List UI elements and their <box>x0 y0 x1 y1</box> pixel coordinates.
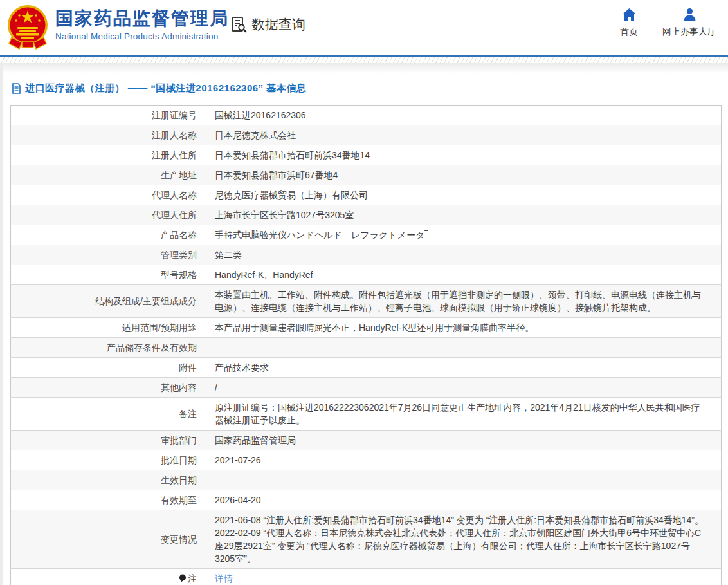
field-value: 日本爱知县蒲郡市浜町67番地4 <box>206 165 722 185</box>
field-label: 有效期至 <box>11 490 206 510</box>
doc-search-icon <box>230 16 248 33</box>
table-row: 代理人名称 尼德克医疗器械贸易（上海）有限公司 <box>11 185 722 205</box>
table-row: 生效日期 <box>11 470 722 490</box>
hatch-band <box>0 57 728 63</box>
field-value: 2021-07-26 <box>206 450 722 470</box>
field-value: 详情 <box>206 569 722 585</box>
page-edge-strip <box>0 63 3 585</box>
field-value: 本产品用于测量患者眼睛屈光不正，HandyRef-K型还可用于测量角膜曲率半径。 <box>206 318 722 338</box>
field-label: 批准日期 <box>11 450 206 470</box>
detail-link[interactable]: 详情 <box>215 573 233 584</box>
field-label: 其他内容 <box>11 378 206 398</box>
table-row: 附件 产品技术要求 <box>11 358 722 378</box>
site-header: 国家药品监督管理局 National Medical Products Admi… <box>0 0 728 55</box>
field-label: 适用范围/预期用途 <box>11 318 206 338</box>
field-label: 附件 <box>11 358 206 378</box>
table-row: 注 详情 <box>11 569 722 585</box>
field-value: 上海市长宁区长宁路1027号3205室 <box>206 205 722 225</box>
page-doc-icon <box>12 83 21 94</box>
table-row: 产品名称 手持式电脑验光仪ハンドヘルド レフラクトメータ‾ <box>11 225 722 245</box>
field-value: 手持式电脑验光仪ハンドヘルド レフラクトメータ‾ <box>206 225 722 245</box>
field-label: 产品名称 <box>11 225 206 245</box>
field-label: 生效日期 <box>11 470 206 490</box>
fade-band <box>0 63 728 73</box>
table-row: 变更情况 2021-06-08 “注册人住所:爱知县蒲郡市拾石町前浜34番地14… <box>11 510 722 569</box>
table-row: 有效期至 2026-04-20 <box>11 490 722 510</box>
field-label: 注册人住所 <box>11 145 206 165</box>
nav-label: 网上办事大厅 <box>662 26 716 38</box>
field-label: 注 <box>11 569 206 585</box>
field-value: / <box>206 378 722 398</box>
field-value: HandyRef-K、HandyRef <box>206 265 722 285</box>
page-title: 进口医疗器械（注册） —— “国械注进20162162306” 基本信息 <box>25 82 306 95</box>
field-value: 2021-06-08 “注册人住所:爱知县蒲郡市拾石町前浜34番地14” 变更为… <box>206 510 722 569</box>
agency-name-en: National Medical Products Administration <box>55 32 229 41</box>
field-label: 型号规格 <box>11 265 206 285</box>
field-value: 本装置由主机、工作站、附件构成。附件包括遮光板（用于遮挡非测定的一侧眼）、颈带、… <box>206 285 722 318</box>
table-row: 批准日期 2021-07-26 <box>11 450 722 470</box>
page-title-bar: 进口医疗器械（注册） —— “国械注进20162162306” 基本信息 <box>10 73 722 105</box>
table-row: 注册人住所 日本爱知县蒲郡市拾石町前浜34番地14 <box>11 145 722 165</box>
field-label: 变更情况 <box>11 510 206 569</box>
user-icon <box>682 8 697 22</box>
top-nav: 首页 网上办事大厅 <box>620 8 716 38</box>
data-query-entry[interactable]: 数据查询 <box>230 15 305 33</box>
field-label: 生产地址 <box>11 165 206 185</box>
table-row: 注册人名称 日本尼德克株式会社 <box>11 125 722 145</box>
nav-item-online-hall[interactable]: 网上办事大厅 <box>662 8 716 38</box>
field-label: 代理人住所 <box>11 205 206 225</box>
home-icon <box>622 8 637 22</box>
table-row: 代理人住所 上海市长宁区长宁路1027号3205室 <box>11 205 722 225</box>
registration-info-table: 注册证编号 国械注进20162162306 注册人名称 日本尼德克株式会社 注册… <box>10 105 722 585</box>
field-value: 2026-04-20 <box>206 490 722 510</box>
field-value: 日本尼德克株式会社 <box>206 125 722 145</box>
note-balloon-icon <box>179 574 187 583</box>
field-value: 产品技术要求 <box>206 358 722 378</box>
table-row: 型号规格 HandyRef-K、HandyRef <box>11 265 722 285</box>
field-value: 日本爱知县蒲郡市拾石町前浜34番地14 <box>206 145 722 165</box>
table-row: 审批部门 国家药品监督管理局 <box>11 431 722 450</box>
field-value: 国家药品监督管理局 <box>206 431 722 450</box>
agency-name-cn: 国家药品监督管理局 <box>55 8 229 30</box>
brand-block: 国家药品监督管理局 National Medical Products Admi… <box>55 8 229 41</box>
field-label: 代理人名称 <box>11 185 206 205</box>
field-value: 尼德克医疗器械贸易（上海）有限公司 <box>206 185 722 205</box>
field-label: 管理类别 <box>11 245 206 265</box>
table-row: 管理类别 第二类 <box>11 245 722 265</box>
nav-label: 首页 <box>620 26 638 38</box>
field-value: 原注册证编号：国械注进201622223062021年7月26日同意更正生产地址… <box>206 398 722 431</box>
field-value: 国械注进20162162306 <box>206 106 722 125</box>
field-value <box>206 338 722 358</box>
table-row: 产品储存条件及有效期 <box>11 338 722 358</box>
field-label: 备注 <box>11 398 206 431</box>
field-label: 注册人名称 <box>11 125 206 145</box>
table-row: 注册证编号 国械注进20162162306 <box>11 106 722 125</box>
field-value <box>206 470 722 490</box>
table-row: 其他内容 / <box>11 378 722 398</box>
field-label: 产品储存条件及有效期 <box>11 338 206 358</box>
nav-item-home[interactable]: 首页 <box>620 8 638 38</box>
table-row: 备注 原注册证编号：国械注进201622223062021年7月26日同意更正生… <box>11 398 722 431</box>
national-emblem-logo <box>6 4 49 50</box>
field-label: 结构及组成/主要组成成分 <box>11 285 206 318</box>
table-row: 结构及组成/主要组成成分 本装置由主机、工作站、附件构成。附件包括遮光板（用于遮… <box>11 285 722 318</box>
field-value: 第二类 <box>206 245 722 265</box>
table-row: 适用范围/预期用途 本产品用于测量患者眼睛屈光不正，HandyRef-K型还可用… <box>11 318 722 338</box>
main-content: 进口医疗器械（注册） —— “国械注进20162162306” 基本信息 注册证… <box>0 73 728 585</box>
table-row: 生产地址 日本爱知县蒲郡市浜町67番地4 <box>11 165 722 185</box>
field-label: 审批部门 <box>11 431 206 450</box>
data-query-label: 数据查询 <box>251 15 305 33</box>
field-label: 注册证编号 <box>11 106 206 125</box>
